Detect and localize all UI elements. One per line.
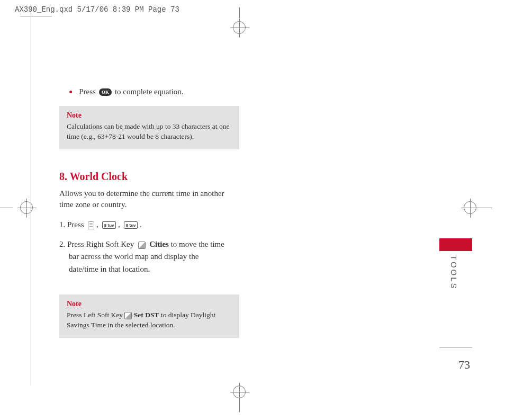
right-softkey-icon [138,242,146,249]
ok-key-icon: OK [99,88,112,96]
left-softkey-icon [124,312,132,319]
step-2: 2. Press Right Soft Key Cities to move t… [59,238,239,275]
step2-lead: 2. Press Right Soft Key [59,240,134,248]
note-box-2: Note Press Left Soft Key Set DST to disp… [59,294,239,338]
bullet-instruction: ● Press OK to complete equation. [59,87,239,96]
step2-bold: Cities [149,240,169,248]
note-box-1: Note Calculations can be made with up to… [59,106,239,149]
page-content: ● Press OK to complete equation. Note Ca… [59,87,239,359]
instruction-pre: Press [79,87,96,96]
registration-mark-top [229,17,250,38]
note-title: Note [67,111,232,120]
registration-mark-bottom [229,381,250,403]
menu-key-icon [88,221,94,229]
key-8-icon: 8 tuv [124,221,138,229]
note-body: Press Left Soft Key Set DST to display D… [67,310,232,330]
trim-line-horizontal [20,16,52,16]
page-number: 73 [458,358,470,372]
step2-cont: bar across the world map and display the… [59,251,239,275]
key-8-icon: 8 tuv [102,221,116,229]
step2-tail: to move the time [171,240,224,248]
section-tab-label: TOOLS [449,255,458,290]
step1-lead: 1. Press [59,220,84,229]
section-intro: Allows you to determine the current time… [59,188,239,210]
bullet-icon: ● [69,88,73,96]
section-tab [439,238,472,251]
step-1: 1. Press , 8 tuv , 8 tuv . [59,219,239,231]
trim-line-vertical [31,5,31,386]
instruction-post: to complete equation. [115,87,184,96]
note-title: Note [67,300,232,308]
section-heading: 8. World Clock [59,171,239,183]
note2-bold: Set DST [134,311,159,319]
footer-rule [439,347,472,348]
note-body: Calculations can be made with up to 33 c… [67,122,232,142]
note2-pre: Press Left Soft Key [67,311,123,319]
print-slug: AX390_Eng.qxd 5/17/06 8:39 PM Page 73 [15,5,179,14]
